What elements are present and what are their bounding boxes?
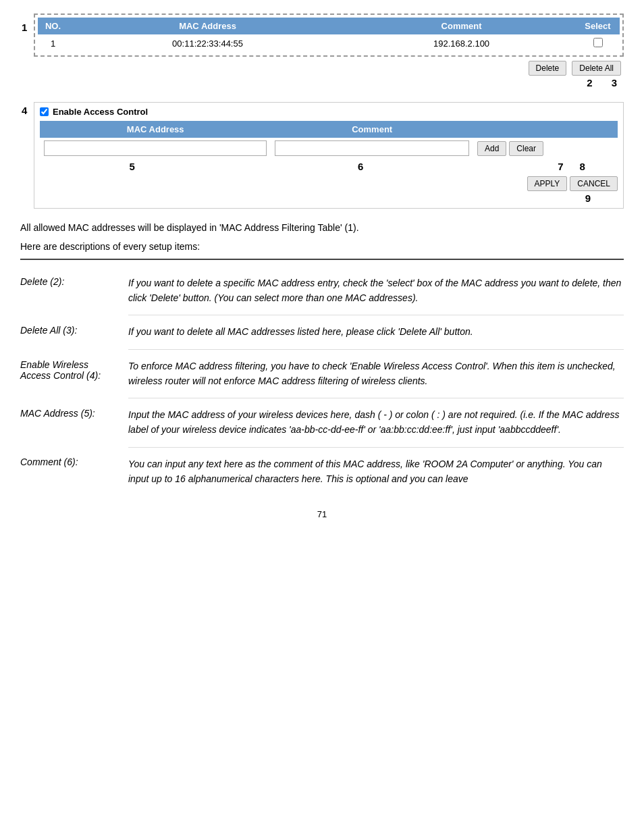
desc-term-mac: MAC Address (5): <box>20 398 128 447</box>
label-3: 3 <box>612 77 617 88</box>
desc-term-deleteall: Delete All (3): <box>20 315 128 350</box>
comment-input-cell <box>271 138 473 159</box>
table-row: 1 00:11:22:33:44:55 192.168.2.100 <box>38 34 620 53</box>
cancel-button[interactable]: CANCEL <box>570 176 618 191</box>
delete-all-button[interactable]: Delete All <box>572 61 621 76</box>
desc-term-delete: Delete (2): <box>20 267 128 315</box>
input-col-comment: Comment <box>271 121 473 138</box>
desc-def-enable: To enforce MAC address filtering, you ha… <box>128 350 624 398</box>
desc-row-comment: Comment (6): You can input any text here… <box>20 447 624 496</box>
delete-button[interactable]: Delete <box>529 61 567 76</box>
desc-row-mac: MAC Address (5): Input the MAC address o… <box>20 398 624 447</box>
clear-button[interactable]: Clear <box>509 141 543 156</box>
label-7: 7 <box>558 161 563 172</box>
desc-def-delete: If you want to delete a specific MAC add… <box>128 267 624 315</box>
input-col-actions <box>473 121 618 138</box>
page-number: 71 <box>20 509 624 519</box>
col-mac: MAC Address <box>68 18 347 34</box>
label-6: 6 <box>358 161 363 172</box>
col-no: NO. <box>38 18 68 34</box>
input-table: MAC Address Comment Add C <box>40 121 618 159</box>
row-comment: 192.168.2.100 <box>347 34 576 53</box>
desc-row-delete: Delete (2): If you want to delete a spec… <box>20 267 624 315</box>
row-mac: 00:11:22:33:44:55 <box>68 34 347 53</box>
enable-access-row: Enable Access Control <box>40 107 618 117</box>
enable-access-checkbox[interactable] <box>40 107 49 116</box>
input-col-mac: MAC Address <box>40 121 271 138</box>
desc-term-comment: Comment (6): <box>20 447 128 496</box>
mac-address-input[interactable] <box>44 140 267 156</box>
row-select-cell <box>576 34 620 53</box>
desc-row-deleteall: Delete All (3): If you want to delete al… <box>20 315 624 350</box>
input-row: Add Clear <box>40 138 618 159</box>
label-5: 5 <box>130 161 135 172</box>
info-section: All allowed MAC addresses will be displa… <box>20 222 624 252</box>
info-line2: Here are descriptions of every setup ite… <box>20 241 624 252</box>
mac-input-cell <box>40 138 271 159</box>
add-button[interactable]: Add <box>477 141 506 156</box>
enable-access-label: Enable Access Control <box>53 107 148 117</box>
label-2: 2 <box>587 77 592 88</box>
desc-def-comment: You can input any text here as the comme… <box>128 447 624 496</box>
comment-input[interactable] <box>275 140 469 156</box>
apply-button[interactable]: APPLY <box>527 176 568 191</box>
label-8: 8 <box>579 161 585 172</box>
mac-address-table: NO. MAC Address Comment Select 1 00:11:2… <box>38 18 620 53</box>
desc-def-mac: Input the MAC address of your wireless d… <box>128 398 624 447</box>
addclear-cell: Add Clear <box>473 138 618 159</box>
section4-number: 4 <box>22 105 27 116</box>
col-comment: Comment <box>347 18 576 34</box>
row-no: 1 <box>38 34 68 53</box>
desc-term-enable: Enable WirelessAccess Control (4): <box>20 350 128 398</box>
divider <box>20 259 624 260</box>
info-line1: All allowed MAC addresses will be displa… <box>20 222 624 233</box>
label-9: 9 <box>585 192 591 204</box>
row-select-checkbox[interactable] <box>593 38 603 47</box>
section1-number: 1 <box>22 22 27 33</box>
descriptions-table: Delete (2): If you want to delete a spec… <box>20 267 624 496</box>
desc-row-enable: Enable WirelessAccess Control (4): To en… <box>20 350 624 398</box>
desc-def-deleteall: If you want to delete all MAC addresses … <box>128 315 624 350</box>
col-select: Select <box>576 18 620 34</box>
